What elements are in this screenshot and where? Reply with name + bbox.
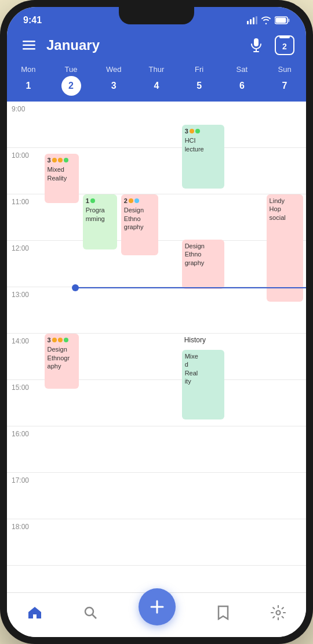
time-content-10 [42, 148, 306, 194]
status-icons [247, 16, 290, 24]
time-label-18: 18:00 [7, 519, 42, 565]
notch [119, 7, 194, 24]
header-icons: 2 [246, 35, 294, 56]
time-row-9: 9:00 [7, 102, 306, 148]
event-hci-lecture[interactable]: 3 HCIlecture [182, 125, 224, 189]
day-num-tue: 2 [61, 76, 81, 96]
time-label-10: 10:00 [7, 148, 42, 194]
nav-home[interactable] [27, 606, 42, 620]
svg-rect-10 [254, 38, 259, 46]
day-mon[interactable]: Mon 1 [19, 65, 38, 96]
svg-point-13 [85, 607, 93, 616]
svg-rect-0 [247, 21, 249, 24]
time-row-16: 16:00 [7, 426, 306, 473]
nav-bookmarks[interactable] [217, 605, 230, 620]
svg-rect-5 [276, 18, 286, 23]
day-name-tue: Tue [65, 65, 78, 74]
day-name-thu: Thur [149, 65, 165, 74]
day-num-fri: 5 [190, 76, 209, 96]
day-wed[interactable]: Wed 3 [104, 65, 123, 96]
time-row-17: 17:00 [7, 473, 306, 519]
event-mixed-reality-fri[interactable]: MixedReality [182, 350, 224, 419]
time-content-17 [42, 473, 306, 519]
menu-button[interactable] [19, 35, 39, 56]
time-content-14 [42, 334, 306, 379]
day-num-mon: 1 [19, 76, 38, 96]
time-label-9: 9:00 [7, 102, 42, 147]
nav-settings[interactable] [271, 605, 286, 620]
event-history[interactable]: History [182, 334, 224, 350]
svg-rect-6 [288, 19, 290, 22]
time-content-18 [42, 519, 306, 565]
calendar-button[interactable]: 2 [275, 35, 294, 55]
time-label-11: 11:00 [7, 194, 42, 240]
app-header: January 2 [7, 30, 306, 63]
day-name-fri: Fri [195, 65, 203, 74]
phone-screen: 9:41 [7, 7, 306, 637]
day-num-wed: 3 [104, 76, 123, 96]
day-num-sun: 7 [275, 76, 294, 96]
month-title: January [46, 37, 100, 53]
day-name-wed: Wed [106, 65, 122, 74]
event-design-ethnog-mon[interactable]: 3 DesignEthnography [45, 334, 79, 389]
day-num-thu: 4 [147, 76, 166, 96]
wifi-icon [261, 16, 271, 24]
svg-point-17 [276, 611, 280, 615]
nav-search[interactable] [83, 606, 97, 620]
time-label-15: 15:00 [7, 380, 42, 426]
time-label-17: 17:00 [7, 473, 42, 519]
svg-rect-1 [250, 19, 252, 24]
day-tue[interactable]: Tue 2 [61, 65, 81, 96]
svg-rect-2 [253, 17, 254, 24]
time-label-16: 16:00 [7, 426, 42, 472]
day-num-sat: 6 [232, 76, 252, 96]
event-programming[interactable]: 1 Programming [83, 194, 117, 249]
svg-line-14 [93, 615, 97, 619]
svg-rect-7 [23, 41, 35, 42]
time-content-9 [42, 102, 306, 147]
svg-rect-8 [23, 45, 35, 46]
day-fri[interactable]: Fri 5 [190, 65, 209, 96]
time-label-13: 13:00 [7, 287, 42, 333]
battery-icon [275, 16, 290, 24]
time-row-18: 18:00 [7, 519, 306, 566]
add-event-button[interactable] [139, 588, 176, 625]
day-thu[interactable]: Thur 4 [147, 65, 166, 96]
time-content-15 [42, 380, 306, 426]
phone-frame: 9:41 [0, 0, 313, 644]
svg-rect-3 [256, 16, 257, 24]
day-name-sat: Sat [236, 65, 248, 74]
calendar-body[interactable]: 9:00 10:00 11:00 12:00 13:00 [7, 102, 306, 592]
day-sun[interactable]: Sun 7 [275, 65, 294, 96]
time-label-14: 14:00 [7, 334, 42, 379]
day-sat[interactable]: Sat 6 [232, 65, 252, 96]
event-mixed-reality-mon[interactable]: 3 MixedReality [45, 154, 79, 203]
header-left: January [19, 35, 100, 56]
status-time: 9:41 [23, 15, 42, 26]
svg-rect-9 [23, 48, 35, 50]
bottom-nav [7, 592, 306, 637]
time-label-12: 12:00 [7, 241, 42, 287]
calendar-day-num: 2 [282, 42, 287, 51]
signal-icon [247, 16, 257, 24]
event-design-ethnog-fri[interactable]: DesignEthnography [182, 240, 224, 289]
day-name-mon: Mon [21, 65, 35, 74]
time-content-16 [42, 426, 306, 472]
mic-button[interactable] [246, 35, 267, 56]
time-row-13: 13:00 [7, 287, 306, 334]
event-lindy-hop[interactable]: LindyHopsocial [267, 194, 304, 302]
week-bar: Mon 1 Tue 2 Wed 3 Thur 4 Fri 5 Sat 6 [7, 63, 306, 102]
event-design-ethnog-wed[interactable]: 2 DesignEthnography [121, 194, 158, 255]
day-name-sun: Sun [278, 65, 291, 74]
